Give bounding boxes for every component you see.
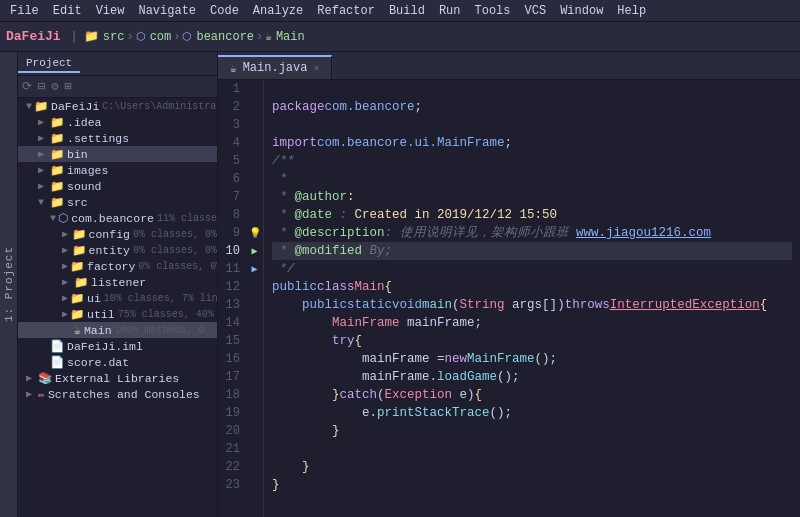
code-line-3 xyxy=(272,116,792,134)
sidebar-vertical-label: 1: Project xyxy=(0,52,18,517)
gutter-21 xyxy=(246,440,263,458)
project-tree: ▼ 📁 DaFeiJi C:\Users\Administrator ▶ 📁 .… xyxy=(18,98,217,517)
tree-images[interactable]: ▶ 📁 images xyxy=(18,162,217,178)
code-line-14: MainFrame mainFrame; xyxy=(272,314,792,332)
menu-vcs[interactable]: VCS xyxy=(519,2,553,20)
code-line-8: * @date : Created in 2019/12/12 15:50 xyxy=(272,206,792,224)
gutter-17 xyxy=(246,368,263,386)
editor-content: 1 2 3 4 5 6 7 8 9 10 11 12 13 14 15 16 1… xyxy=(218,80,800,517)
code-line-13: public static void main(String args[]) t… xyxy=(272,296,792,314)
settings-icon[interactable]: ⚙ xyxy=(51,79,58,94)
gutter-15 xyxy=(246,332,263,350)
collapse-icon[interactable]: ⊟ xyxy=(38,79,45,94)
code-line-9: * @description: 使用说明详见，架构师小跟班 www.jiagou… xyxy=(272,224,792,242)
tree-external-libs[interactable]: ▶ 📚 External Libraries xyxy=(18,370,217,386)
toolbar: DaFeiJi | 📁 src › ⬡ com › ⬡ beancore › ☕… xyxy=(0,22,800,52)
tree-root[interactable]: ▼ 📁 DaFeiJi C:\Users\Administrator xyxy=(18,98,217,114)
code-line-6: * xyxy=(272,170,792,188)
code-line-23: } xyxy=(272,476,792,494)
code-line-15: try { xyxy=(272,332,792,350)
menu-analyze[interactable]: Analyze xyxy=(247,2,309,20)
menu-window[interactable]: Window xyxy=(554,2,609,20)
code-line-10: * @modified By; xyxy=(272,242,792,260)
tree-score[interactable]: 📄 score.dat xyxy=(18,354,217,370)
code-line-11: */ xyxy=(272,260,792,278)
tree-scratches[interactable]: ▶ ✏ Scratches and Consoles xyxy=(18,386,217,402)
menu-run[interactable]: Run xyxy=(433,2,467,20)
breadcrumb-com[interactable]: com xyxy=(150,30,172,44)
editor-tab-main[interactable]: ☕ Main.java ✕ xyxy=(218,55,332,79)
gutter-23 xyxy=(246,476,263,494)
filter-icon[interactable]: ⊞ xyxy=(64,79,71,94)
code-line-20: } xyxy=(272,422,792,440)
menu-file[interactable]: File xyxy=(4,2,45,20)
tree-bin[interactable]: ▶ 📁 bin xyxy=(18,146,217,162)
code-line-22: } xyxy=(272,458,792,476)
menu-edit[interactable]: Edit xyxy=(47,2,88,20)
gutter-13 xyxy=(246,296,263,314)
code-line-5: /** xyxy=(272,152,792,170)
menu-help[interactable]: Help xyxy=(611,2,652,20)
gutter-20 xyxy=(246,422,263,440)
app-logo: DaFeiJi xyxy=(6,29,61,44)
tree-util[interactable]: ▶ 📁 util 75% classes, 40% l xyxy=(18,306,217,322)
gutter-22 xyxy=(246,458,263,476)
menu-code[interactable]: Code xyxy=(204,2,245,20)
gutter-4 xyxy=(246,134,263,152)
gutter: 💡 ▶ ▶ xyxy=(246,80,264,517)
tree-main-class[interactable]: ☕ Main 100% methods, 0 xyxy=(18,322,217,338)
code-line-2: package com.beancore; xyxy=(272,98,792,116)
sidebar: 1: Project Project ⟳ ⊟ ⚙ ⊞ ▼ 📁 DaFeiJi C… xyxy=(0,52,218,517)
gutter-14 xyxy=(246,314,263,332)
gutter-12 xyxy=(246,278,263,296)
tree-config[interactable]: ▶ 📁 config 0% classes, 0% xyxy=(18,226,217,242)
menu-tools[interactable]: Tools xyxy=(469,2,517,20)
tree-com-beancore[interactable]: ▼ ⬡ com.beancore 11% classe xyxy=(18,210,217,226)
menu-navigate[interactable]: Navigate xyxy=(132,2,202,20)
gutter-18 xyxy=(246,386,263,404)
breadcrumb-main[interactable]: Main xyxy=(276,30,305,44)
gutter-16 xyxy=(246,350,263,368)
code-line-21 xyxy=(272,440,792,458)
code-line-4: import com.beancore.ui.MainFrame; xyxy=(272,134,792,152)
gutter-5 xyxy=(246,152,263,170)
tree-settings[interactable]: ▶ 📁 .settings xyxy=(18,130,217,146)
tree-entity[interactable]: ▶ 📁 entity 0% classes, 0% xyxy=(18,242,217,258)
gutter-7 xyxy=(246,188,263,206)
tree-iml[interactable]: 📄 DaFeiJi.iml xyxy=(18,338,217,354)
menu-refactor[interactable]: Refactor xyxy=(311,2,381,20)
editor: ☕ Main.java ✕ 1 2 3 4 5 6 7 8 9 10 11 12… xyxy=(218,52,800,517)
breadcrumb-src[interactable]: src xyxy=(103,30,125,44)
menu-build[interactable]: Build xyxy=(383,2,431,20)
tree-sound[interactable]: ▶ 📁 sound xyxy=(18,178,217,194)
breadcrumb-beancore[interactable]: beancore xyxy=(196,30,254,44)
sidebar-toolbar: ⟳ ⊟ ⚙ ⊞ xyxy=(18,76,217,98)
gutter-19 xyxy=(246,404,263,422)
tree-listener[interactable]: ▶ 📁 listener xyxy=(18,274,217,290)
gutter-run-10[interactable]: ▶ xyxy=(246,242,263,260)
tree-ui[interactable]: ▶ 📁 ui 10% classes, 7% line xyxy=(18,290,217,306)
menu-view[interactable]: View xyxy=(90,2,131,20)
tab-close-icon[interactable]: ✕ xyxy=(313,62,319,74)
line-numbers: 1 2 3 4 5 6 7 8 9 10 11 12 13 14 15 16 1… xyxy=(218,80,246,517)
gutter-8 xyxy=(246,206,263,224)
code-line-16: mainFrame = new MainFrame(); xyxy=(272,350,792,368)
gutter-bulb[interactable]: 💡 xyxy=(246,224,263,242)
tree-src[interactable]: ▼ 📁 src xyxy=(18,194,217,210)
gutter-2 xyxy=(246,98,263,116)
code-line-12: public class Main { xyxy=(272,278,792,296)
sync-icon[interactable]: ⟳ xyxy=(22,79,32,94)
code-line-17: mainFrame.loadGame(); xyxy=(272,368,792,386)
sep1: | xyxy=(71,30,78,44)
tree-idea[interactable]: ▶ 📁 .idea xyxy=(18,114,217,130)
code-line-1 xyxy=(272,80,792,98)
tree-factory[interactable]: ▶ 📁 factory 0% classes, 0% xyxy=(18,258,217,274)
sidebar-tab-project[interactable]: Project xyxy=(18,55,80,73)
code-line-19: e.printStackTrace(); xyxy=(272,404,792,422)
breadcrumb: 📁 src › ⬡ com › ⬡ beancore › ☕ Main xyxy=(84,29,305,44)
code-content[interactable]: package com.beancore; import com.beancor… xyxy=(264,80,800,517)
code-line-7: * @author : xyxy=(272,188,792,206)
code-line-18: } catch (Exception e) { xyxy=(272,386,792,404)
gutter-debug-11[interactable]: ▶ xyxy=(246,260,263,278)
gutter-3 xyxy=(246,116,263,134)
